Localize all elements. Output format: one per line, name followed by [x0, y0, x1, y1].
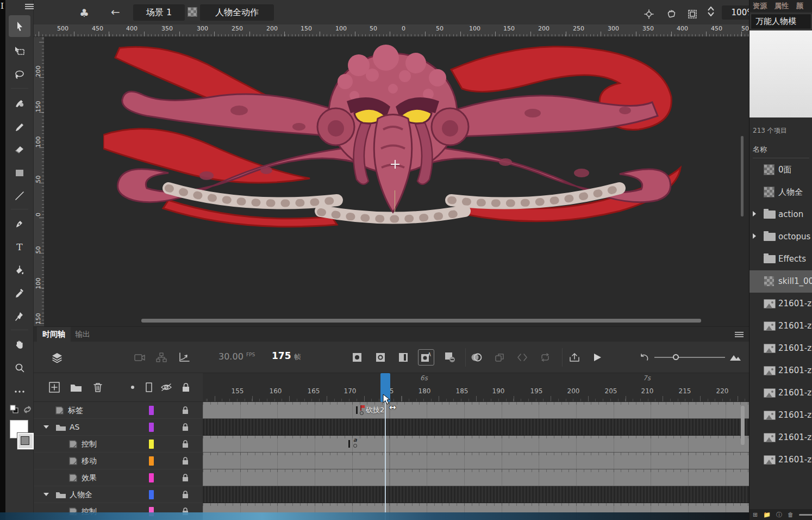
center-stage-icon[interactable] [644, 9, 654, 20]
frames-row-as-folder[interactable] [203, 419, 749, 436]
eyedropper-tool-button[interactable] [9, 283, 30, 305]
toolbar-menu-icon[interactable] [25, 4, 34, 9]
tab-output[interactable]: 输出 [70, 327, 96, 342]
free-transform-tool-button[interactable] [9, 40, 30, 62]
layer-color-chip[interactable] [149, 439, 154, 449]
lock-icon[interactable] [182, 406, 189, 414]
layer-row-move[interactable]: 移动 [34, 453, 203, 469]
zoom-tool-button[interactable] [9, 357, 30, 379]
folder-caret-icon[interactable] [43, 425, 49, 429]
frames-row-tags[interactable]: 砍技2 [203, 402, 749, 419]
library-zoom-slider[interactable] [799, 514, 812, 516]
delete-item-button[interactable]: 🗑 [788, 512, 794, 518]
library-item[interactable]: 21601-zb [749, 426, 812, 449]
timeline-zoom-max-icon[interactable] [727, 349, 744, 366]
fill-stroke-swatches[interactable] [10, 420, 34, 454]
lock-icon[interactable] [182, 439, 189, 448]
onion-skin-icon[interactable] [469, 349, 485, 366]
library-item-selected[interactable]: skill1_00 [749, 270, 812, 293]
new-folder-button[interactable]: 📁 [763, 512, 771, 518]
asset-warp-pin-tool-button[interactable] [9, 306, 30, 327]
stage-canvas[interactable] [45, 37, 749, 326]
layer-color-chip[interactable] [149, 423, 154, 432]
text-tool-button[interactable]: T [9, 236, 30, 258]
library-item[interactable]: 21601-zb [749, 315, 812, 337]
new-layer-button[interactable] [47, 380, 62, 395]
clip-content-icon[interactable] [687, 9, 698, 20]
layer-color-chip[interactable] [149, 406, 154, 415]
insert-keyframe-icon[interactable] [349, 349, 365, 366]
library-item[interactable]: 21601-zb [749, 382, 812, 404]
folder-caret-icon[interactable] [43, 493, 49, 496]
library-item[interactable]: 21601-zb [749, 449, 812, 471]
classic-brush-tool-button[interactable] [9, 116, 30, 138]
timeline-frames-area[interactable]: 6s 7s 155 160 165 170 175 180 185 190 19… [203, 373, 749, 520]
library-item[interactable]: 0面 [749, 159, 812, 181]
layer-parenting-icon[interactable] [153, 349, 170, 366]
lock-icon[interactable] [182, 423, 189, 431]
properties-info-button[interactable]: ⓘ [776, 512, 782, 518]
fps-display[interactable]: 30.00 FPS [218, 351, 255, 362]
loop-range-icon[interactable] [537, 349, 553, 366]
layer-color-chip[interactable] [149, 456, 154, 466]
playhead[interactable] [380, 373, 390, 402]
edit-multiple-frames-icon[interactable] [491, 349, 508, 366]
reset-timeline-zoom-icon[interactable] [636, 349, 652, 366]
insert-frame-icon[interactable] [395, 349, 411, 366]
new-symbol-button[interactable]: ⊞ [753, 512, 758, 518]
canvas-vertical-scrollbar[interactable] [741, 136, 744, 216]
lock-column-icon[interactable] [178, 380, 193, 395]
library-name-column-header[interactable]: 名称 [753, 145, 809, 158]
rotate-stage-icon[interactable] [665, 8, 677, 20]
lasso-tool-button[interactable] [9, 64, 30, 86]
visibility-column-icon[interactable] [159, 380, 174, 395]
frames-row-control[interactable]: a [203, 436, 749, 453]
camera-icon[interactable] [132, 349, 148, 366]
play-button[interactable] [589, 349, 605, 366]
library-item[interactable]: Effects [749, 248, 812, 270]
library-item[interactable]: 21601-zb [749, 337, 812, 360]
library-item[interactable]: 人物全 [749, 181, 812, 203]
scene-clubs-icon[interactable]: ♣ [79, 7, 89, 20]
hand-tool-button[interactable] [9, 334, 30, 356]
tab-timeline[interactable]: 时间轴 [37, 327, 71, 342]
tab-assets[interactable]: 资源 [753, 1, 767, 11]
export-animation-icon[interactable] [566, 349, 583, 366]
layer-view-icon[interactable] [49, 349, 65, 366]
pen-tool-button[interactable] [9, 213, 30, 235]
frame-column-icon[interactable] [141, 380, 157, 395]
lock-icon[interactable] [182, 490, 189, 499]
layer-color-chip[interactable] [149, 490, 154, 499]
library-item[interactable]: action [749, 203, 812, 226]
layer-row-control[interactable]: 控制 [34, 436, 203, 453]
lock-icon[interactable] [182, 456, 189, 465]
expand-caret-icon[interactable] [753, 211, 756, 216]
default-colors-icon[interactable] [9, 404, 20, 416]
timeline-vertical-scrollbar[interactable] [741, 406, 745, 445]
layer-color-chip[interactable] [149, 473, 154, 482]
delete-layer-button[interactable] [90, 380, 105, 395]
more-tools-button[interactable] [9, 381, 30, 403]
frames-row-move[interactable] [203, 453, 749, 469]
layer-depth-graph-icon[interactable] [176, 349, 192, 366]
expand-caret-icon[interactable] [753, 233, 756, 239]
selection-tool-button[interactable] [9, 15, 30, 37]
layer-row-effects[interactable]: 效果 [34, 469, 203, 486]
lock-icon[interactable] [182, 473, 189, 482]
layer-folder-as[interactable]: AS [34, 419, 203, 436]
frame-ruler[interactable]: 6s 7s 155 160 165 170 175 180 185 190 19… [203, 373, 749, 402]
remove-frames-icon[interactable] [442, 349, 458, 366]
frames-row-character-folder[interactable] [203, 486, 749, 503]
library-item[interactable]: 21601-zb [749, 404, 812, 426]
library-item[interactable]: octopus [749, 226, 812, 248]
eraser-tool-button[interactable] [9, 139, 30, 160]
timeline-panel-menu-icon[interactable] [735, 332, 744, 338]
zoom-stepper[interactable] [708, 7, 714, 16]
library-document-select[interactable]: 万能人物模 [751, 14, 811, 29]
paint-bucket-tool-button[interactable] [9, 260, 30, 282]
canvas-horizontal-scrollbar[interactable] [141, 319, 701, 323]
back-arrow-button[interactable]: ← [111, 5, 120, 18]
fill-color-swatch[interactable] [17, 433, 34, 449]
outline-column-icon[interactable] [125, 380, 140, 395]
layer-row-tags[interactable]: 标签 [34, 402, 203, 419]
